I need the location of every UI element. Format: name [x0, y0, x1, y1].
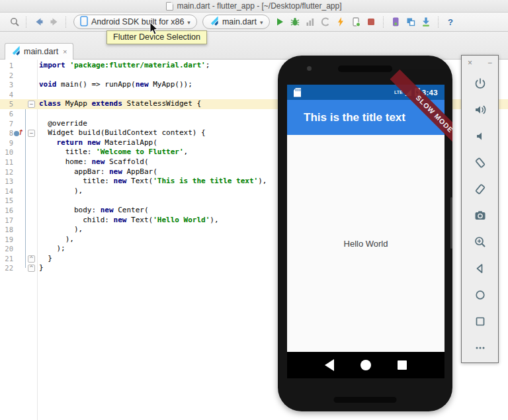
- close-icon[interactable]: ×: [63, 48, 67, 56]
- toolbar-separator: [26, 17, 27, 28]
- code-text: @override: [37, 119, 87, 129]
- nav-overview-button[interactable]: [462, 308, 498, 335]
- sdk-manager-icon[interactable]: [419, 15, 434, 30]
- stop-icon[interactable]: [364, 15, 379, 30]
- panel-minimize-button[interactable]: −: [487, 58, 492, 67]
- overview-icon: [398, 360, 407, 370]
- power-button[interactable]: [462, 70, 498, 97]
- code-text: }: [37, 263, 44, 273]
- profiler-icon[interactable]: [303, 15, 318, 30]
- zoom-button[interactable]: [462, 229, 498, 255]
- code-text: [37, 109, 39, 119]
- emulator-window: LTE 3:43 This is the title text Hello Wo…: [278, 56, 452, 411]
- line-number: 17: [0, 216, 13, 226]
- toolbar-separator: [383, 17, 384, 28]
- gutter: −: [13, 99, 37, 109]
- gutter: [13, 80, 37, 90]
- line-number: 9: [0, 138, 13, 148]
- line-number: 7: [0, 119, 13, 129]
- rotate-left-button[interactable]: [462, 149, 498, 176]
- fold-close-marker[interactable]: ^: [28, 255, 35, 263]
- gutter: [13, 119, 37, 129]
- emulator-toolbar-icons: [462, 70, 498, 361]
- attach-debugger-icon[interactable]: [318, 15, 333, 30]
- chevron-down-icon: [260, 17, 263, 26]
- toolbar-separator: [438, 17, 439, 28]
- hot-reload-icon[interactable]: [333, 15, 349, 30]
- debug-icon[interactable]: [288, 15, 303, 30]
- line-number: 3: [0, 80, 13, 90]
- gutter: [13, 71, 37, 81]
- fold-close-marker[interactable]: ^: [28, 265, 35, 272]
- line-number: 18: [0, 225, 13, 235]
- code-text: [37, 71, 39, 81]
- camera-button[interactable]: [462, 202, 498, 229]
- gutter: [13, 167, 37, 177]
- gutter: [13, 206, 37, 216]
- back-nav-button[interactable]: [311, 359, 347, 371]
- code-text: child: new Text('Hello World'),: [37, 216, 219, 226]
- gutter: [13, 216, 37, 226]
- gutter: [13, 187, 37, 196]
- device-selector-dropdown[interactable]: Android SDK built for x86: [73, 15, 197, 29]
- line-number: 19: [0, 235, 13, 245]
- chevron-down-icon: [187, 17, 190, 26]
- android-nav-bar: [287, 352, 444, 378]
- gutter: −: [13, 128, 37, 138]
- line-number: 14: [0, 187, 13, 196]
- toolbar-left-group: [7, 15, 71, 30]
- more-button[interactable]: [462, 335, 498, 361]
- overview-nav-button[interactable]: [384, 359, 421, 371]
- volume-down-button[interactable]: [462, 123, 498, 149]
- panel-close-button[interactable]: ×: [468, 58, 472, 67]
- code-text: home: new Scaffold(: [37, 157, 149, 167]
- run-config-dropdown[interactable]: main.dart: [202, 15, 270, 29]
- gutter: [13, 90, 37, 100]
- app-bar-title: This is the title text: [304, 111, 405, 124]
- hello-world-text: Hello World: [344, 239, 388, 249]
- code-text: body: new Center(: [37, 206, 149, 216]
- monitor-icon[interactable]: [403, 15, 419, 30]
- code-text: title: 'Welcome to Flutter',: [37, 147, 188, 157]
- code-text: [37, 196, 39, 206]
- run-icon[interactable]: [273, 15, 288, 30]
- line-number: 13: [0, 177, 13, 187]
- code-text: ),: [37, 235, 74, 245]
- find-icon[interactable]: [7, 15, 22, 30]
- fold-open-marker[interactable]: −: [28, 130, 35, 137]
- code-text: ),: [37, 187, 83, 196]
- line-number: 11: [0, 157, 13, 167]
- flutter-icon: [209, 16, 219, 28]
- emulator-screen[interactable]: LTE 3:43 This is the title text Hello Wo…: [287, 85, 444, 378]
- run-config-label: main.dart: [222, 17, 257, 26]
- gutter: ^: [13, 263, 37, 273]
- tab-main-dart[interactable]: main.dart ×: [5, 43, 73, 60]
- help-icon[interactable]: ?: [443, 15, 458, 30]
- nav-back-button[interactable]: [462, 255, 498, 282]
- override-marker[interactable]: [14, 130, 22, 138]
- code-text: );: [37, 244, 65, 254]
- bottom-speaker: [334, 397, 397, 403]
- sd-card-icon: [294, 88, 301, 97]
- emulator-toolbar: × −: [461, 55, 499, 363]
- line-number: 8: [0, 128, 13, 138]
- back-icon[interactable]: [31, 15, 46, 30]
- forward-icon[interactable]: [46, 15, 62, 30]
- avd-manager-icon[interactable]: [388, 15, 403, 30]
- gutter: [13, 225, 37, 235]
- side-button: [450, 197, 452, 249]
- code-text: }: [37, 254, 52, 264]
- rotate-right-button[interactable]: [462, 176, 498, 202]
- app-body: Hello World: [287, 135, 444, 352]
- home-nav-button[interactable]: [347, 359, 384, 371]
- gutter: [13, 157, 37, 167]
- line-number: 10: [0, 147, 13, 157]
- gutter: [13, 177, 37, 187]
- code-text: Widget build(BuildContext context) {: [37, 128, 206, 138]
- flutter-attach-icon[interactable]: [349, 15, 364, 30]
- nav-home-button[interactable]: [462, 282, 498, 308]
- code-text: ),: [37, 225, 83, 235]
- volume-up-button[interactable]: [462, 97, 498, 123]
- fold-open-marker[interactable]: −: [28, 101, 35, 108]
- line-number: 5: [0, 99, 13, 109]
